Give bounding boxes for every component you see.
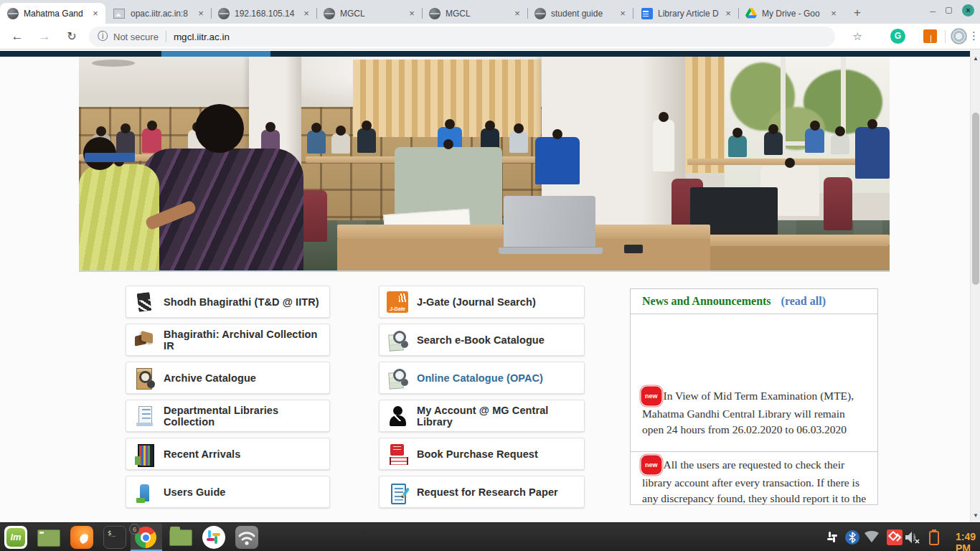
info-icon[interactable]: ⓘ — [98, 30, 108, 43]
browser-tab-opac[interactable]: opac.iitr.ac.in:8 × — [105, 3, 211, 24]
scrollbar-thumb[interactable] — [972, 113, 979, 285]
taskbar: lm $_ 6 — [0, 522, 980, 551]
show-desktop-button[interactable] — [37, 529, 60, 547]
person-icon — [387, 405, 408, 427]
quicklink-bhagirathi-archival[interactable]: Bhagirathi: Archival Collection IR — [126, 324, 330, 356]
minimize-button[interactable]: – — [930, 7, 936, 14]
browser-toolbar: ← → ↻ ⓘ Not secure mgcl.iitr.ac.in ☆ G ⋮ — [0, 24, 980, 50]
bookmark-star-icon[interactable]: ☆ — [853, 30, 862, 43]
tab-close-icon[interactable]: × — [301, 8, 312, 19]
new-badge: new — [642, 387, 661, 405]
quicklink-archive-catalogue[interactable]: Archive Catalogue — [126, 362, 330, 394]
desktop: Mahatma Gand × opac.iitr.ac.in:8 × 192.1… — [0, 0, 980, 551]
firefox-launcher[interactable] — [70, 526, 93, 549]
quicklink-jgate[interactable]: J-Gate J-Gate (Journal Search) — [379, 286, 585, 318]
globe-favicon — [324, 8, 335, 19]
file-manager-launcher[interactable] — [169, 529, 192, 546]
battery-icon[interactable] — [928, 529, 940, 546]
active-nav-item[interactable] — [161, 51, 270, 57]
quicklink-shodh-bhagirathi[interactable]: Shodh Bhagirathi (T&D @ IITR) — [126, 286, 330, 318]
quicklink-research-paper[interactable]: Request for Research Paper — [379, 476, 585, 508]
anydesk-glyph — [887, 529, 903, 545]
quicklink-label: Book Purchase Request — [417, 448, 538, 460]
red-book-icon — [387, 443, 408, 465]
volume-muted-icon[interactable] — [904, 530, 921, 545]
close-window-button[interactable]: × — [962, 4, 974, 17]
broken-image-favicon — [113, 9, 125, 19]
scroll-down-arrow[interactable]: ▼ — [971, 511, 980, 521]
tab-close-icon[interactable]: × — [828, 8, 839, 19]
table-extension-icon[interactable] — [923, 29, 937, 43]
browser-tab-mgcl-2[interactable]: MGCL × — [422, 3, 527, 24]
quicklink-label: J-Gate (Journal Search) — [417, 296, 536, 308]
tab-close-icon[interactable]: × — [90, 8, 101, 19]
tab-title: student guide — [551, 9, 617, 19]
quicklink-ebook-catalogue[interactable]: Search e-Book Catalogue — [379, 324, 585, 356]
reload-button[interactable]: ↻ — [62, 27, 82, 47]
tab-close-icon[interactable]: × — [195, 8, 207, 19]
back-button[interactable]: ← — [7, 27, 27, 47]
tab-close-icon[interactable]: × — [512, 8, 523, 19]
chrome-notification-badge: 6 — [129, 524, 140, 534]
quicklink-label: Shodh Bhagirathi (T&D @ IITR) — [164, 296, 319, 308]
anydesk-tray-icon[interactable] — [887, 529, 903, 545]
quicklink-users-guide[interactable]: Users Guide — [126, 476, 330, 508]
grammarly-extension-icon[interactable]: G — [890, 29, 905, 44]
tab-title: Library Article D — [658, 9, 722, 19]
library-reading-room-photo — [79, 57, 890, 272]
scroll-up-arrow[interactable]: ▲ — [971, 54, 980, 64]
tab-close-icon[interactable]: × — [617, 8, 628, 19]
wifi-tray-icon[interactable] — [864, 530, 880, 543]
new-tab-button[interactable]: + — [848, 4, 867, 22]
search-books-icon — [387, 367, 408, 389]
quicklink-recent-arrivals[interactable]: Recent Arrivals — [126, 438, 330, 470]
forward-button[interactable]: → — [34, 27, 55, 47]
profile-avatar[interactable] — [951, 28, 967, 44]
window-controls: – × — [930, 4, 974, 17]
quicklink-opac[interactable]: Online Catalogue (OPAC) — [379, 362, 585, 394]
tab-title: My Drive - Goo — [762, 9, 828, 19]
bluetooth-glyph — [845, 530, 859, 545]
chrome-menu-icon[interactable]: ⋮ — [969, 29, 979, 42]
browser-tab-my-drive[interactable]: My Drive - Goo × — [738, 3, 844, 24]
quicklink-departmental-libraries[interactable]: Departmental Libraries Collection — [126, 400, 330, 432]
quicklink-label: Recent Arrivals — [164, 448, 240, 460]
quicklink-label: Departmental Libraries Collection — [164, 405, 329, 428]
browser-tab-mgcl-1[interactable]: MGCL × — [316, 3, 422, 24]
new-badge: new — [642, 456, 661, 474]
site-navigation-bar — [0, 51, 970, 57]
quicklink-book-purchase[interactable]: Book Purchase Request — [379, 438, 585, 470]
bluetooth-icon[interactable] — [845, 530, 859, 545]
browser-tab-ip-address[interactable]: 192.168.105.14 × — [211, 3, 316, 24]
quicklink-label: Request for Research Paper — [417, 486, 558, 498]
news-item-text: All the users are requested to check the… — [642, 458, 866, 504]
page-viewport: Shodh Bhagirathi (T&D @ IITR) Bhagirathi… — [0, 50, 980, 522]
restore-button[interactable] — [946, 7, 952, 14]
browser-tab-student-guide[interactable]: student guide × — [527, 3, 633, 24]
network-app-launcher[interactable] — [235, 526, 258, 549]
mint-menu-button[interactable]: lm — [4, 526, 27, 549]
browser-tab-mgcl-home[interactable]: Mahatma Gand × — [0, 3, 105, 24]
page-scrollbar[interactable]: ▲ ▼ — [970, 50, 980, 522]
search-books-icon — [387, 329, 408, 351]
tab-close-icon[interactable]: × — [722, 8, 734, 19]
google-drive-favicon — [745, 8, 757, 19]
news-title: News and Announcements — [642, 295, 771, 308]
archive-search-icon — [133, 367, 155, 389]
quicklink-my-account[interactable]: My Account @ MG Central Library — [379, 400, 585, 432]
bookshelf-icon — [133, 443, 155, 465]
slack-launcher[interactable] — [202, 526, 225, 549]
tab-close-icon[interactable]: × — [406, 8, 418, 19]
address-bar[interactable]: ⓘ Not secure mgcl.iitr.ac.in — [89, 27, 835, 47]
wifi-icon — [235, 526, 258, 549]
taskbar-clock[interactable]: 1:49 PM — [956, 531, 976, 551]
clipboard-pencil-icon — [387, 481, 408, 503]
news-scroll-area: newAll the users are requested to check … — [631, 452, 877, 504]
terminal-launcher[interactable]: $_ — [103, 526, 126, 549]
news-item: newIn View of Mid Term Examination (MTE)… — [631, 388, 877, 438]
tab-title: opac.iitr.ac.in:8 — [131, 9, 195, 19]
tab-title: MGCL — [340, 9, 406, 19]
slack-tray-icon[interactable] — [825, 530, 839, 545]
read-all-link[interactable]: (read all) — [781, 295, 826, 308]
browser-tab-library-article[interactable]: Library Article D × — [633, 3, 738, 24]
